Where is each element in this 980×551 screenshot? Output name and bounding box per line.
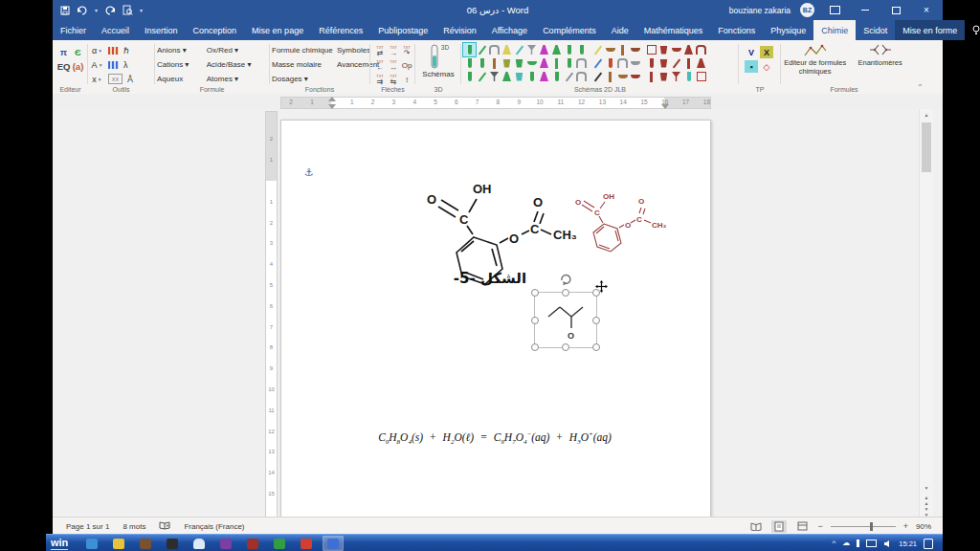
- symbol-button[interactable]: ℏ: [123, 46, 129, 55]
- glassware-flask-icon[interactable]: [695, 56, 707, 70]
- tab-r-f-rences[interactable]: Références: [311, 20, 370, 40]
- tab-compl-ments[interactable]: Compléments: [535, 20, 604, 40]
- glassware-funnel-icon[interactable]: [488, 70, 501, 83]
- arrow-tool-8[interactable]: ↕: [400, 73, 413, 87]
- tab-scidot[interactable]: Scidot: [856, 20, 895, 40]
- glassware-beaker-icon[interactable]: [657, 70, 670, 83]
- hidden-icons-chevron-icon[interactable]: ^: [832, 540, 835, 547]
- glassware-flask-icon[interactable]: [538, 43, 550, 56]
- formule-aqueux[interactable]: Aqueux: [157, 75, 207, 83]
- language-indicator[interactable]: Français (France): [184, 522, 244, 531]
- print-preview-icon[interactable]: [122, 5, 133, 15]
- usb-icon[interactable]: [857, 540, 859, 547]
- selection-handle[interactable]: [592, 343, 600, 351]
- taskbar-app-1[interactable]: [108, 536, 129, 551]
- tab-math-matiques[interactable]: Mathématiques: [636, 20, 711, 40]
- zoom-out-icon[interactable]: −: [817, 521, 822, 531]
- glassware-pencil-icon[interactable]: [591, 70, 604, 83]
- arrow-tool-5[interactable]: Op: [400, 58, 413, 73]
- save-icon[interactable]: [60, 6, 70, 15]
- first-line-indent-marker[interactable]: [328, 97, 336, 101]
- tab-accueil[interactable]: Accueil: [94, 20, 137, 40]
- glassware-dish-icon[interactable]: [525, 56, 538, 70]
- glassware-dish-icon[interactable]: [629, 56, 641, 70]
- glassware-dish-icon[interactable]: [616, 70, 629, 83]
- aspirin-structure-small[interactable]: O OH C O C O CH₃: [571, 186, 667, 274]
- collapse-ribbon-icon[interactable]: ⌃: [917, 83, 924, 92]
- glassware-u-icon[interactable]: [575, 56, 588, 70]
- fonctions-dosages-[interactable]: Dosages ▾: [272, 75, 343, 83]
- glassware-tube-icon[interactable]: [463, 70, 476, 83]
- arrow-tool-2[interactable]: TXT↷: [400, 44, 413, 58]
- glassware-beaker-icon[interactable]: [657, 43, 670, 56]
- glassware-beaker-icon[interactable]: [513, 56, 525, 70]
- taskbar-app-7[interactable]: [269, 536, 290, 551]
- glassware-u-icon[interactable]: [695, 43, 707, 56]
- tab-insertion[interactable]: Insertion: [137, 20, 186, 40]
- glassware-tube-icon[interactable]: [463, 56, 476, 70]
- scrollbar-thumb[interactable]: [922, 122, 931, 172]
- avatar[interactable]: BZ: [800, 3, 814, 17]
- formule-anions-[interactable]: Anions ▾: [157, 46, 207, 55]
- glassware-tube-icon[interactable]: [645, 56, 657, 70]
- glassware-beaker-icon[interactable]: [513, 70, 525, 83]
- zoom-slider[interactable]: [831, 526, 896, 527]
- glassware-pencil-icon[interactable]: [476, 43, 488, 56]
- formule-ox-red-[interactable]: Ox/Red ▾: [207, 46, 267, 55]
- glassware-misc-icon[interactable]: [695, 70, 707, 83]
- editor-tool-2[interactable]: EQ: [56, 59, 71, 74]
- tab-publipostage[interactable]: Publipostage: [370, 20, 435, 40]
- tab-affichage[interactable]: Affichage: [484, 20, 535, 40]
- tab-r-vision[interactable]: Révision: [435, 20, 484, 40]
- selection-handle[interactable]: [531, 317, 539, 324]
- glassware-flask-icon[interactable]: [550, 43, 563, 56]
- xx-box-icon[interactable]: XX: [108, 74, 122, 84]
- selection-handle[interactable]: [592, 317, 600, 324]
- scroll-up-icon[interactable]: ▲: [921, 109, 932, 121]
- proofing-icon[interactable]: [159, 520, 170, 532]
- print-layout-icon[interactable]: [771, 520, 787, 533]
- glassware-tube-icon[interactable]: [525, 70, 538, 83]
- glassware-tube-icon[interactable]: [563, 56, 575, 70]
- glassware-dish-icon[interactable]: [604, 43, 616, 56]
- stripes-red-icon[interactable]: [108, 47, 119, 55]
- taskbar-app-4[interactable]: [189, 536, 210, 551]
- tab-chimie[interactable]: Chimie: [813, 20, 856, 40]
- glassware-u-icon[interactable]: [616, 56, 629, 70]
- tab-conception[interactable]: Conception: [186, 20, 245, 40]
- tab-physique[interactable]: Physique: [763, 20, 813, 40]
- outils-button[interactable]: x▾: [90, 75, 103, 84]
- chemical-formula-editor-button[interactable]: Editeur de formules chimiques: [783, 43, 847, 76]
- glassware-column-icon[interactable]: [550, 56, 563, 70]
- tab-mise-en-page[interactable]: Mise en page: [244, 20, 311, 40]
- glassware-pencil-icon[interactable]: [591, 56, 604, 70]
- glassware-pencil-icon[interactable]: [476, 70, 488, 83]
- glassware-u-icon[interactable]: [488, 43, 501, 56]
- outils-button[interactable]: α▾: [90, 46, 103, 55]
- horizontal-ruler[interactable]: 21123456789101112131415161718: [280, 97, 711, 109]
- tp-tool-3[interactable]: ◇: [760, 60, 773, 73]
- zoom-slider-thumb[interactable]: [870, 522, 873, 531]
- taskbar-app-6[interactable]: [242, 536, 263, 551]
- next-page-icon[interactable]: ▼▼: [921, 506, 932, 517]
- cloud-icon[interactable]: ☁: [842, 540, 850, 547]
- glassware-beaker-icon[interactable]: [501, 56, 513, 70]
- glassware-tube-icon[interactable]: [463, 43, 476, 56]
- schemas-3d-button[interactable]: 3D: [417, 44, 459, 69]
- tell-me-box[interactable]: Dites-le-r: [965, 20, 980, 40]
- formule-atomes-[interactable]: Atomes ▾: [207, 75, 267, 83]
- rotate-handle-icon[interactable]: [559, 273, 572, 290]
- selection-handle[interactable]: [531, 289, 539, 297]
- glassware-flask-icon[interactable]: [501, 70, 513, 83]
- glassware-column-icon[interactable]: [604, 70, 616, 83]
- glassware-flask-icon[interactable]: [538, 56, 550, 70]
- outils-button[interactable]: A▾: [90, 60, 103, 70]
- restore-button[interactable]: [885, 2, 906, 18]
- stripes-blue-icon[interactable]: [108, 61, 119, 69]
- account-user-name[interactable]: bouziane zakaria: [729, 6, 791, 15]
- undo-dropdown-icon[interactable]: ▾: [95, 7, 98, 13]
- taskbar-app-2[interactable]: [135, 536, 156, 551]
- glassware-funnel-icon[interactable]: [670, 70, 682, 83]
- glassware-funnel-icon[interactable]: [525, 43, 538, 56]
- tp-tool-2[interactable]: ▪: [745, 60, 758, 73]
